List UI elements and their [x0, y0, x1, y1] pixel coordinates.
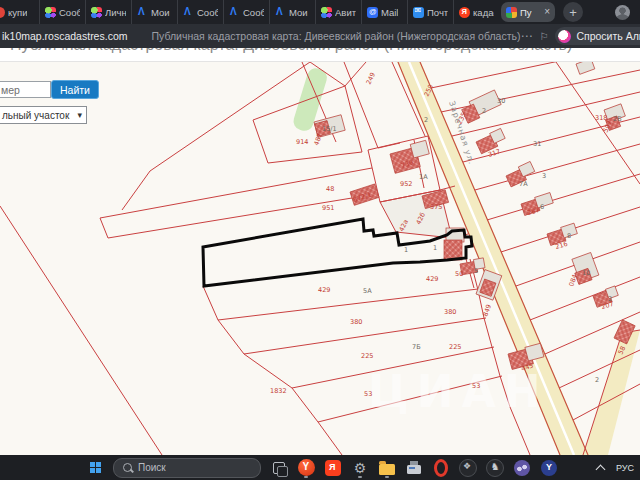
map-label: 2 — [424, 116, 428, 124]
running-indicator — [358, 476, 362, 478]
tab-label: Сооб — [197, 7, 218, 18]
map-label: 225 — [361, 352, 373, 360]
close-icon[interactable] — [544, 7, 550, 17]
tab-4[interactable]: Сооб — [177, 0, 223, 24]
red-dot-icon — [0, 7, 5, 18]
tab-label: Мои — [151, 7, 170, 18]
yandex-browser-icon — [298, 459, 315, 476]
map-label: 8 — [567, 232, 571, 240]
map-label: 6 — [540, 203, 544, 211]
yandex-browser-app[interactable] — [297, 457, 315, 478]
alice-button[interactable]: Спросить Алису А — [555, 27, 640, 45]
map-canvas[interactable]: ЦИАН 91415/1487249250248951872/19521А739… — [0, 62, 640, 455]
emblem-icon — [459, 459, 477, 477]
gear-icon — [354, 460, 367, 476]
avito-dots-icon — [45, 7, 56, 18]
tab-3[interactable]: Мои — [131, 0, 177, 24]
map-label: 31 — [533, 140, 541, 148]
tab-7[interactable]: Авит — [315, 0, 361, 24]
profile-avatar[interactable] — [615, 5, 630, 20]
chevron-up-icon[interactable] — [596, 464, 606, 474]
watermark: ЦИАН — [368, 366, 549, 417]
taskbar-dock: Поиск — [86, 455, 558, 480]
map-label: 380 — [444, 308, 456, 316]
task-view-icon — [273, 462, 285, 474]
mail-envelope-icon — [413, 7, 424, 18]
yandex-app-icon — [325, 460, 341, 476]
tab-active[interactable]: Пу — [501, 2, 555, 22]
opera-app[interactable] — [432, 457, 450, 478]
more-icon[interactable] — [520, 29, 532, 43]
map-label: 30 — [497, 97, 505, 105]
messenger-app[interactable] — [540, 457, 558, 478]
messenger-icon — [541, 460, 557, 476]
xbox-app[interactable] — [513, 457, 531, 478]
yandex-icon — [459, 7, 470, 18]
printer-icon — [407, 465, 421, 474]
tab-label: Личн — [105, 7, 126, 18]
map-label: 5А — [363, 287, 372, 295]
page-content: Публичная кадастровая карта: Дивеевский … — [0, 48, 640, 455]
map-label: 50 — [455, 270, 463, 278]
tab-label: Сооб — [59, 7, 80, 18]
tab-0[interactable]: купи — [0, 0, 39, 24]
tab-label: Мои — [289, 7, 308, 18]
opera-icon — [434, 459, 448, 477]
map-label: 15/1 — [322, 125, 337, 133]
map-label: 951 — [322, 204, 334, 212]
language-indicator[interactable]: РУС — [616, 463, 634, 473]
find-button[interactable]: Найти — [51, 80, 99, 99]
tab-label: Сооб — [243, 7, 264, 18]
blue-a-icon — [229, 7, 240, 18]
url-text[interactable]: ik10map.roscadastres.com — [2, 30, 127, 42]
blue-a-icon — [137, 7, 148, 18]
page-title: Публичная кадастровая карта: Дивеевский … — [10, 48, 590, 60]
running-indicator — [385, 476, 389, 478]
avito-dots-icon — [321, 7, 332, 18]
system-tray: РУС — [597, 455, 634, 480]
map-label: 2 — [595, 376, 599, 384]
yandex-app[interactable] — [324, 457, 342, 478]
tab-1[interactable]: Сооб — [39, 0, 85, 24]
new-tab-button[interactable]: + — [563, 2, 583, 22]
alice-icon — [558, 30, 571, 43]
map-label: 952 — [400, 180, 412, 188]
tab-9[interactable]: Почт — [407, 0, 453, 24]
task-view-button[interactable] — [270, 457, 288, 478]
crest-icon — [486, 459, 504, 477]
address-page-title: Публичная кадастровая карта: Дивеевский … — [151, 30, 520, 42]
settings-app[interactable] — [351, 457, 369, 478]
object-type-value: льный участок — [2, 110, 69, 121]
map-label: 429 — [426, 275, 438, 283]
tab-label: Авит — [335, 7, 356, 18]
tab-label: купи — [8, 7, 27, 18]
tab-5[interactable]: Сооб — [223, 0, 269, 24]
file-explorer-app[interactable] — [378, 457, 396, 478]
tab-6[interactable]: Мои — [269, 0, 315, 24]
search-icon — [123, 463, 132, 472]
crest-app[interactable] — [486, 457, 504, 478]
cadastral-number-input[interactable] — [0, 81, 51, 98]
map-label: 53 — [472, 382, 480, 390]
map-label: 53 — [364, 390, 372, 398]
bookmark-icon[interactable] — [539, 31, 548, 42]
map-label: 48 — [326, 185, 334, 193]
printer-app[interactable] — [405, 457, 423, 478]
map-label: 5 — [474, 267, 478, 275]
folder-icon — [379, 464, 395, 475]
cadastral-map[interactable]: ЦИАН 91415/1487249250248951872/19521А739… — [0, 62, 640, 455]
map-label: 1 — [404, 246, 408, 254]
object-type-select[interactable]: льный участок — [0, 106, 87, 124]
running-indicator — [304, 476, 308, 478]
xbox-icon — [514, 460, 530, 476]
map-label: 1832 — [270, 387, 287, 395]
taskbar-search-label: Поиск — [138, 462, 166, 473]
tab-10[interactable]: кадас — [453, 0, 499, 24]
taskbar-search[interactable]: Поиск — [113, 458, 261, 478]
start-button[interactable] — [86, 457, 104, 478]
map-label: 2 — [482, 107, 486, 115]
tab-8[interactable]: Mail — [361, 0, 407, 24]
tab-2[interactable]: Личн — [85, 0, 131, 24]
alice-label: Спросить Алису А — [576, 30, 640, 42]
emblem-app[interactable] — [459, 457, 477, 478]
